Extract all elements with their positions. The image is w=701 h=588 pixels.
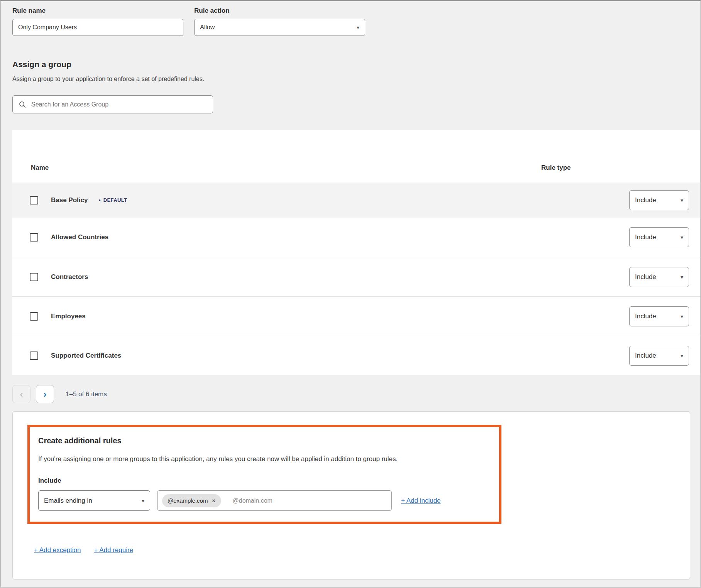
table-row: Contractors Include ▾ xyxy=(12,257,700,296)
row-label: Contractors xyxy=(51,273,88,281)
include-rule-controls: Emails ending in ▾ @example.com ✕ + Add … xyxy=(38,490,488,511)
chip-label: @example.com xyxy=(168,497,208,504)
condition-select[interactable]: Emails ending in ▾ xyxy=(38,490,150,511)
condition-value: Emails ending in xyxy=(44,497,92,505)
row-label: Supported Certificates xyxy=(51,352,121,360)
row-checkbox[interactable] xyxy=(30,273,38,281)
row-checkbox[interactable] xyxy=(30,196,38,204)
row-main: Allowed Countries xyxy=(12,233,541,242)
chevron-down-icon: ▾ xyxy=(681,198,683,203)
additional-rules-title: Create additional rules xyxy=(38,436,488,445)
badge-text: DEFAULT xyxy=(103,197,127,203)
rule-type-value: Include xyxy=(635,233,656,241)
rule-type-cell: Include ▾ xyxy=(541,267,700,287)
default-badge: • DEFAULT xyxy=(98,197,127,203)
rule-type-select[interactable]: Include ▾ xyxy=(629,227,689,247)
email-domain-chip: @example.com ✕ xyxy=(162,494,221,507)
table-row: Base Policy • DEFAULT Include ▾ xyxy=(12,182,700,218)
rule-type-value: Include xyxy=(635,352,656,360)
rule-type-cell: Include ▾ xyxy=(541,306,700,326)
column-header-name: Name xyxy=(12,164,541,172)
row-label: Base Policy xyxy=(51,196,88,204)
additional-rules-card: Create additional rules If you're assign… xyxy=(12,411,690,580)
table-header: Name Rule type xyxy=(12,130,700,182)
rule-type-value: Include xyxy=(635,313,656,320)
pagination: ‹ › 1–5 of 6 items xyxy=(12,385,700,403)
rule-name-label: Rule name xyxy=(12,7,183,15)
access-group-search[interactable] xyxy=(12,95,213,113)
chevron-down-icon: ▾ xyxy=(681,274,683,280)
rule-action-label: Rule action xyxy=(194,7,365,15)
add-require-link[interactable]: + Add require xyxy=(94,546,133,554)
table-row: Allowed Countries Include ▾ xyxy=(12,218,700,257)
rule-type-cell: Include ▾ xyxy=(541,346,700,366)
rule-type-cell: Include ▾ xyxy=(541,227,700,247)
row-main: Employees xyxy=(12,312,541,321)
chevron-left-icon: ‹ xyxy=(20,389,23,400)
column-header-rule-type: Rule type xyxy=(541,164,700,172)
rule-name-input[interactable] xyxy=(12,19,183,36)
rule-config-page: Rule name Rule action Allow ▾ Assign a g… xyxy=(1,1,700,580)
table-row: Employees Include ▾ xyxy=(12,296,700,336)
add-exception-link[interactable]: + Add exception xyxy=(34,546,81,554)
access-groups-table: Name Rule type Base Policy • DEFAULT Inc… xyxy=(12,130,700,375)
additional-rules-description: If you're assigning one or more groups t… xyxy=(38,455,488,463)
rule-type-select[interactable]: Include ▾ xyxy=(629,306,689,326)
add-include-link[interactable]: + Add include xyxy=(401,497,441,505)
rule-type-select[interactable]: Include ▾ xyxy=(629,346,689,366)
previous-page-button[interactable]: ‹ xyxy=(12,385,30,403)
table-row: Supported Certificates Include ▾ xyxy=(12,336,700,375)
rule-type-value: Include xyxy=(635,273,656,281)
assign-group-title: Assign a group xyxy=(12,60,700,69)
bottom-links: + Add exception + Add require xyxy=(34,546,690,554)
rule-action-select[interactable]: Allow ▾ xyxy=(194,19,365,36)
row-main: Contractors xyxy=(12,273,541,281)
chevron-down-icon: ▾ xyxy=(681,353,683,358)
pagination-label: 1–5 of 6 items xyxy=(66,390,107,398)
row-checkbox[interactable] xyxy=(30,233,38,242)
chevron-down-icon: ▾ xyxy=(142,498,144,504)
bullet-icon: • xyxy=(98,197,100,203)
row-checkbox[interactable] xyxy=(30,351,38,360)
include-label: Include xyxy=(38,477,488,485)
assign-group-description: Assign a group to your application to en… xyxy=(12,76,700,83)
email-domain-input[interactable] xyxy=(233,497,392,504)
rule-form-row: Rule name Rule action Allow ▾ xyxy=(1,7,700,36)
rule-name-group: Rule name xyxy=(12,7,183,36)
rule-type-value: Include xyxy=(635,196,656,204)
rule-action-group: Rule action Allow ▾ xyxy=(194,7,365,36)
chevron-down-icon: ▾ xyxy=(681,314,683,319)
row-checkbox[interactable] xyxy=(30,312,38,321)
rule-type-select[interactable]: Include ▾ xyxy=(629,190,689,210)
email-domain-tag-input[interactable]: @example.com ✕ xyxy=(157,490,392,511)
row-label: Employees xyxy=(51,313,86,320)
close-icon[interactable]: ✕ xyxy=(212,498,215,504)
highlighted-region: Create additional rules If you're assign… xyxy=(27,425,501,524)
search-input[interactable] xyxy=(31,101,207,108)
chevron-down-icon: ▾ xyxy=(681,235,683,240)
search-icon xyxy=(19,101,26,108)
chevron-down-icon: ▾ xyxy=(357,25,359,30)
row-main: Supported Certificates xyxy=(12,351,541,360)
rule-type-cell: Include ▾ xyxy=(541,190,700,210)
row-main: Base Policy • DEFAULT xyxy=(12,196,541,204)
next-page-button[interactable]: › xyxy=(36,385,54,403)
chevron-right-icon: › xyxy=(44,389,47,400)
rule-action-value: Allow xyxy=(200,24,215,31)
row-label: Allowed Countries xyxy=(51,233,108,241)
rule-type-select[interactable]: Include ▾ xyxy=(629,267,689,287)
